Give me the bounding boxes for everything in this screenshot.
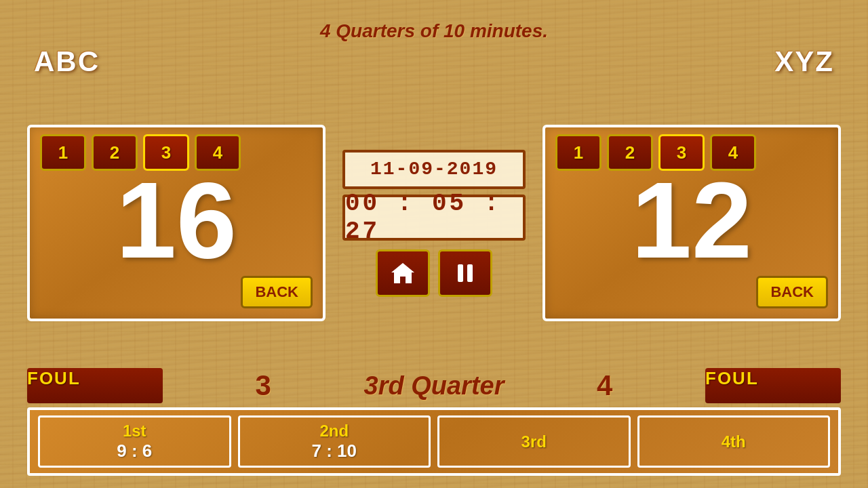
- foul-row: FOUL 3 3rd Quarter 4 FOUL: [14, 368, 854, 403]
- center-buttons: [376, 249, 492, 297]
- svg-marker-0: [391, 263, 414, 283]
- history-item-1: 1st 9 : 6: [38, 415, 231, 468]
- right-score-panel: 1 2 3 4 12 BACK: [542, 125, 841, 321]
- team-left-name: ABC: [34, 45, 100, 78]
- history-label-4: 4th: [722, 432, 746, 451]
- right-foul-count: 4: [597, 369, 612, 402]
- subtitle: 4 Quarters of 10 minutes.: [320, 20, 548, 42]
- right-foul-button[interactable]: FOUL: [705, 368, 841, 403]
- history-item-3: 3rd: [437, 415, 631, 468]
- svg-rect-1: [458, 264, 463, 282]
- left-score-panel: 1 2 3 4 16 BACK: [27, 125, 326, 321]
- left-foul-count: 3: [256, 369, 271, 402]
- left-panel-footer: BACK: [40, 276, 313, 308]
- left-foul-button[interactable]: FOUL: [27, 368, 163, 403]
- home-button[interactable]: [376, 249, 430, 297]
- history-label-2: 2nd: [319, 422, 349, 441]
- history-item-4: 4th: [637, 415, 831, 468]
- team-right-name: XYZ: [774, 45, 834, 78]
- pause-icon: [452, 262, 478, 285]
- teams-row: ABC XYZ: [14, 45, 854, 78]
- left-back-button[interactable]: BACK: [241, 276, 313, 308]
- history-container: 1st 9 : 6 2nd 7 : 10 3rd 4th: [27, 407, 841, 476]
- history-score-2: 7 : 10: [312, 441, 357, 462]
- right-panel-footer: BACK: [555, 276, 828, 308]
- date-display: 11-09-2019: [342, 150, 526, 189]
- home-icon: [390, 262, 416, 285]
- history-score-1: 9 : 6: [117, 441, 152, 462]
- right-quarter-btn-1[interactable]: 1: [555, 134, 601, 171]
- time-display: 00 : 05 : 27: [342, 195, 526, 241]
- current-quarter-label: 3rd Quarter: [364, 371, 505, 401]
- center-panel: 11-09-2019 00 : 05 : 27: [339, 150, 529, 297]
- history-label-3: 3rd: [521, 432, 547, 451]
- left-score[interactable]: 16: [116, 166, 237, 274]
- left-quarter-btn-1[interactable]: 1: [40, 134, 86, 171]
- right-back-button[interactable]: BACK: [756, 276, 828, 308]
- right-score[interactable]: 12: [631, 166, 752, 274]
- history-item-2: 2nd 7 : 10: [238, 415, 431, 468]
- scoreboard-row: 1 2 3 4 16 BACK 11-09-2019 00 : 05 : 27: [14, 81, 854, 365]
- svg-rect-2: [467, 264, 473, 282]
- history-label-1: 1st: [123, 422, 146, 441]
- pause-button[interactable]: [438, 249, 492, 297]
- main-container: 4 Quarters of 10 minutes. ABC XYZ 1 2 3 …: [0, 0, 868, 488]
